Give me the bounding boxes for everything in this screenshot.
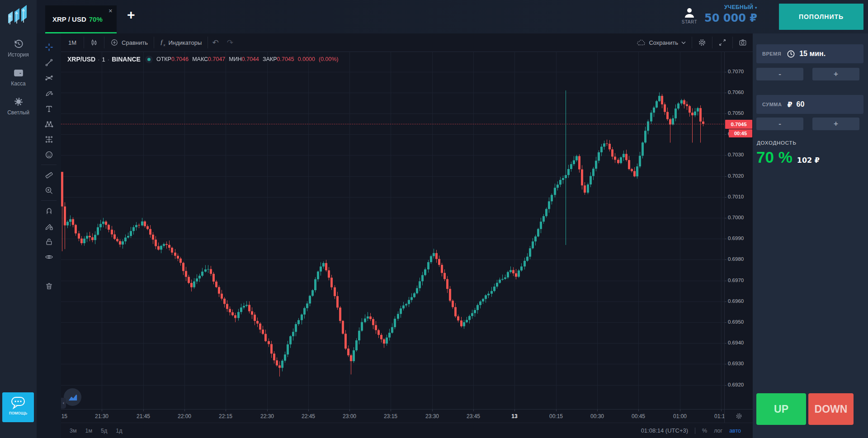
legend-exchange: BINANCE (112, 56, 141, 63)
drawing-lock-tool[interactable] (41, 218, 57, 234)
axis-settings-corner[interactable] (724, 409, 753, 423)
redo-button[interactable]: ↷ (223, 36, 237, 49)
candles-icon (90, 38, 98, 47)
price-tick-label: 0.7000 (728, 215, 752, 220)
price-tickmark (725, 197, 726, 198)
chart-legend: XRP/USD · 1 · BINANCE ОТКР0.7046 МАКС0.7… (67, 55, 339, 64)
sidebar-item-cashier[interactable]: Касса (0, 62, 37, 91)
range-button-3m[interactable]: 3м (70, 428, 77, 434)
remove-all-tool[interactable] (41, 278, 57, 293)
clock-utc[interactable]: 01:08:14 (UTC+3) (641, 427, 688, 434)
price-tickmark (725, 239, 726, 239)
time-axis[interactable]: 21:1521:3021:4522:0022:1522:3022:4523:00… (61, 409, 724, 423)
undo-button[interactable]: ↶ (208, 36, 222, 49)
xabcd-pattern-tool[interactable] (41, 116, 57, 132)
crosshair-tool[interactable] (41, 39, 57, 55)
screenshot-button[interactable] (733, 36, 753, 49)
auto-scale-toggle[interactable]: авто (729, 428, 741, 434)
compare-button[interactable]: Сравнить (104, 36, 154, 49)
brush-tool[interactable] (41, 85, 57, 101)
gear-icon (736, 413, 742, 419)
range-button-5d[interactable]: 5д (101, 428, 107, 434)
chart-toolbar: 1М Сравнить ƒx Индикаторы (61, 33, 753, 52)
time-tick-label: 01:15 (710, 413, 724, 419)
emoji-tool[interactable] (41, 147, 57, 162)
fullscreen-icon (718, 38, 726, 47)
deposit-button[interactable]: ПОПОЛНИТЬ (779, 4, 863, 30)
price-tickmark (725, 113, 726, 114)
lock-all-tool[interactable] (41, 234, 57, 249)
chart-settings-button[interactable] (692, 36, 712, 49)
time-tickmark (721, 410, 722, 411)
percent-scale-toggle[interactable]: % (702, 428, 707, 434)
account-avatar[interactable]: START (679, 7, 700, 24)
price-tick-label: 0.7050 (728, 110, 752, 116)
app-logo[interactable] (7, 4, 28, 27)
price-axis[interactable]: 0.7045 00:45 0.70700.70600.70500.70400.7… (724, 52, 753, 409)
price-tick-label: 0.6920 (728, 382, 752, 387)
time-tickmark (680, 410, 680, 411)
price-tick-label: 0.6970 (728, 278, 752, 283)
camera-icon (739, 38, 747, 47)
time-tick-label: 22:00 (174, 413, 195, 419)
legend-symbol[interactable]: XRP/USD (67, 56, 95, 63)
price-tickmark (725, 301, 726, 302)
balance-block: УЧЕБНЫЙ ▾ 50 000 ₽ (704, 4, 757, 24)
account-type-dropdown[interactable]: УЧЕБНЫЙ ▾ (704, 4, 757, 10)
amount-plus-button[interactable]: + (812, 118, 859, 130)
time-tickmark (514, 410, 515, 411)
chart-bottom-bar: 3м 1м 5д 1д 01:08:14 (UTC+3) % лог авто (61, 423, 753, 438)
toolbar-separator (41, 200, 57, 201)
legend-high: МАКС0.7047 (192, 56, 225, 62)
down-trade-button[interactable]: DOWN (808, 393, 854, 425)
price-tickmark (725, 72, 726, 72)
amount-field[interactable]: СУММА ₽ 60 (756, 95, 863, 114)
time-tickmark (226, 410, 226, 411)
asset-tab[interactable]: XRP / USD70% ✕ (45, 5, 117, 33)
text-tool[interactable] (41, 101, 57, 116)
ruler-tool[interactable] (41, 167, 57, 183)
range-button-1m[interactable]: 1м (85, 428, 93, 434)
close-icon[interactable]: ✕ (108, 8, 113, 14)
clock-icon (787, 50, 795, 58)
trend-line-tool[interactable] (41, 55, 57, 70)
chart-style-button[interactable] (84, 36, 104, 49)
time-tickmark (267, 410, 268, 411)
long-position-tool[interactable] (41, 132, 57, 147)
candlestick-canvas[interactable] (61, 52, 724, 409)
time-tickmark (308, 410, 309, 411)
range-button-1d[interactable]: 1д (116, 428, 122, 434)
zoom-in-tool[interactable] (41, 183, 57, 198)
chat-bubble-icon (2, 396, 34, 410)
chevron-down-icon (681, 41, 686, 44)
fullscreen-button[interactable] (712, 36, 732, 49)
interval-button[interactable]: 1М (61, 36, 84, 49)
sidebar-item-history[interactable]: История (0, 33, 37, 62)
magnet-tool[interactable] (41, 203, 57, 218)
time-minus-button[interactable]: - (756, 68, 803, 80)
hide-all-tool[interactable] (41, 249, 57, 264)
legend-change-pct: (0.00%) (319, 56, 339, 62)
collapse-toolbar-handle[interactable]: ‹ (61, 398, 66, 409)
amount-minus-button[interactable]: - (756, 118, 803, 130)
tradingview-logo-button[interactable] (64, 388, 81, 406)
log-scale-toggle[interactable]: лог (714, 428, 722, 434)
app-sidebar: История Касса Светлый (0, 0, 37, 438)
price-tickmark (725, 385, 726, 386)
help-button[interactable]: помощь (2, 392, 34, 422)
sidebar-item-theme[interactable]: Светлый (0, 91, 37, 120)
price-tick-label: 0.6960 (728, 298, 752, 304)
time-tick-label: 21:30 (91, 413, 113, 419)
time-tick-label: 21:45 (132, 413, 154, 419)
time-tick-label: 22:30 (256, 413, 278, 419)
price-tickmark (725, 218, 726, 218)
expiry-time-field[interactable]: ВРЕМЯ 15 мин. (756, 44, 863, 63)
indicators-button[interactable]: ƒx Индикаторы (154, 36, 208, 49)
fib-retracement-tool[interactable] (41, 70, 57, 85)
asset-tab-title: XRP / USD70% (52, 15, 103, 23)
save-layout-button[interactable]: Сохранить (631, 36, 692, 49)
time-plus-button[interactable]: + (812, 68, 859, 80)
cloud-icon (637, 39, 646, 46)
add-tab-button[interactable]: + (127, 8, 135, 22)
up-trade-button[interactable]: UP (756, 393, 806, 425)
